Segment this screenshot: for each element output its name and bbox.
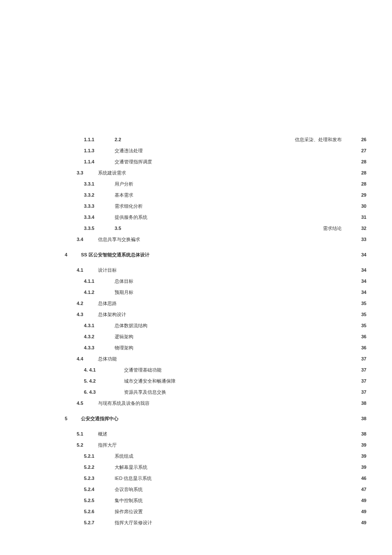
toc-number: 5.2.2: [65, 465, 115, 470]
toc-page: 46: [358, 476, 366, 481]
toc-number: 3.3: [65, 170, 98, 175]
toc-entry: 5.1概述38: [65, 431, 366, 439]
toc-page: 29: [358, 192, 366, 198]
toc-page: 31: [358, 215, 366, 220]
toc-entry: 3.3.3需求细化分析30: [65, 203, 366, 211]
toc-page: 34: [358, 252, 366, 257]
toc-suffix: 信息采柒、处理和发布: [295, 137, 342, 143]
toc-page: 26: [358, 137, 366, 142]
toc-page: 49: [358, 498, 366, 503]
toc-entry: 4.3.3物理架构36: [65, 345, 366, 352]
toc-page: 28: [358, 181, 366, 186]
toc-number: 3.3.3: [65, 203, 115, 209]
toc-page: 39: [358, 453, 366, 459]
toc-title: 信息共享与交换褊求: [98, 236, 140, 243]
toc-number: 4: [65, 252, 81, 257]
toc-number: 3.4: [65, 237, 98, 242]
toc-title: 逻辑架构: [115, 334, 133, 340]
toc-number: 4.1: [65, 267, 98, 273]
toc-entry: 1.1.12.2信息采柒、处理和发布26: [65, 137, 366, 144]
section-gap: [65, 263, 366, 267]
toc-title: 指挥大厅装修设计: [115, 520, 152, 526]
toc-entry: 3.3.2基本需求29: [65, 192, 366, 200]
toc-number: 4.2: [65, 301, 98, 306]
toc-title: 交通管理指挥调度: [115, 159, 152, 165]
toc-number: 4.1.2: [65, 290, 115, 295]
toc-title: 2.2: [115, 137, 121, 142]
toc-title: IED 信息显示系统: [115, 475, 152, 482]
toc-title: 3.5: [115, 226, 121, 231]
toc-entry: 4.1设计目标34: [65, 267, 366, 275]
toc-page: 35: [358, 312, 366, 317]
section-gap: [65, 247, 366, 252]
toc-entry: 3.4信息共享与交换褊求33: [65, 236, 366, 244]
toc-page: 37: [358, 367, 366, 372]
toc-entry: 4.3.2逻辑架构36: [65, 334, 366, 341]
toc-entry: 5.2.3IED 信息显示系统46: [65, 475, 366, 483]
toc-entry: 5.2指挥大厅39: [65, 442, 366, 450]
table-of-contents: 1.1.12.2信息采柒、处理和发布261.1.3交通违法处理271.1.4交通…: [65, 137, 366, 527]
toc-title: 城市交通安全和畅通保障: [124, 378, 176, 384]
toc-number: 3.3.1: [65, 181, 115, 186]
toc-page: 39: [358, 465, 366, 470]
toc-number: 1.1.4: [65, 159, 115, 164]
toc-entry: 4.5与现有系统及设备的我容38: [65, 400, 366, 408]
toc-number: 3.3.4: [65, 215, 115, 220]
toc-title: 用户分析: [115, 181, 133, 187]
toc-title: SS 区公安智能交通系统总体设计: [81, 252, 150, 258]
section-gap: [65, 427, 366, 431]
toc-title: 总体架构设计: [98, 311, 126, 318]
toc-title: 系统建设需求: [98, 170, 126, 176]
toc-number: 3.3.5: [65, 226, 115, 231]
toc-entry: 4.4总体功能37: [65, 356, 366, 363]
toc-entry: 4.1.2预期月标34: [65, 289, 366, 297]
toc-title: 需求细化分析: [115, 203, 143, 209]
toc-page: 35: [358, 323, 366, 328]
toc-entry: 5公安交通指挥中心38: [65, 416, 366, 423]
toc-number: 5. 4.2: [65, 378, 124, 384]
toc-number: 4.5: [65, 401, 98, 406]
toc-number: 5: [65, 416, 81, 421]
toc-entry: 6. 4.3资源共享及信息交换37: [65, 389, 366, 397]
toc-title: 基本需求: [115, 192, 133, 198]
toc-page: 34: [358, 290, 366, 295]
toc-entry: 4.1.1总体目标34: [65, 278, 366, 286]
page: 1.1.12.2信息采柒、处理和发布261.1.3交通违法处理271.1.4交通…: [0, 0, 392, 555]
toc-entry: 3.3.53.5需求结论32: [65, 225, 366, 233]
toc-page: 37: [358, 389, 366, 395]
toc-title: 设计目标: [98, 267, 117, 273]
toc-page: 34: [358, 279, 366, 284]
toc-number: 4. 4.1: [65, 367, 124, 372]
toc-entry: 4.2总体思路35: [65, 300, 366, 308]
toc-page: 30: [358, 203, 366, 209]
toc-page: 37: [358, 356, 366, 361]
toc-number: 4.3: [65, 312, 98, 317]
toc-number: 1.1.1: [65, 137, 115, 142]
toc-page: 28: [358, 159, 366, 164]
toc-entry: 4SS 区公安智能交通系统总体设计34: [65, 252, 366, 259]
toc-title: 物理架构: [115, 345, 133, 351]
toc-number: 5.2: [65, 442, 98, 447]
toc-page: 47: [358, 487, 366, 492]
toc-title: 总体目标: [115, 278, 133, 285]
toc-number: 5.2.7: [65, 520, 115, 525]
toc-page: 49: [358, 509, 366, 514]
toc-page: 28: [358, 170, 366, 175]
toc-entry: 4.3总体架构设计35: [65, 311, 366, 319]
toc-page: 37: [358, 378, 366, 384]
toc-page: 36: [358, 334, 366, 339]
toc-page: 49: [358, 520, 366, 525]
toc-number: 4.3.3: [65, 345, 115, 350]
toc-number: 6. 4.3: [65, 389, 124, 395]
toc-entry: 4. 4.1交通管理基础功能37: [65, 367, 366, 375]
toc-title: 总体功能: [98, 356, 117, 362]
toc-page: 39: [358, 442, 366, 447]
toc-title: 交通管理基础功能: [124, 367, 161, 373]
toc-title: 资源共享及信息交换: [124, 389, 166, 395]
toc-number: 4.3.2: [65, 334, 115, 339]
toc-page: 33: [358, 237, 366, 242]
toc-number: 5.2.6: [65, 509, 115, 514]
toc-entry: 3.3系统建设需求28: [65, 170, 366, 177]
toc-entry: 1.1.3交通违法处理27: [65, 148, 366, 155]
toc-title: 公安交通指挥中心: [81, 416, 118, 422]
